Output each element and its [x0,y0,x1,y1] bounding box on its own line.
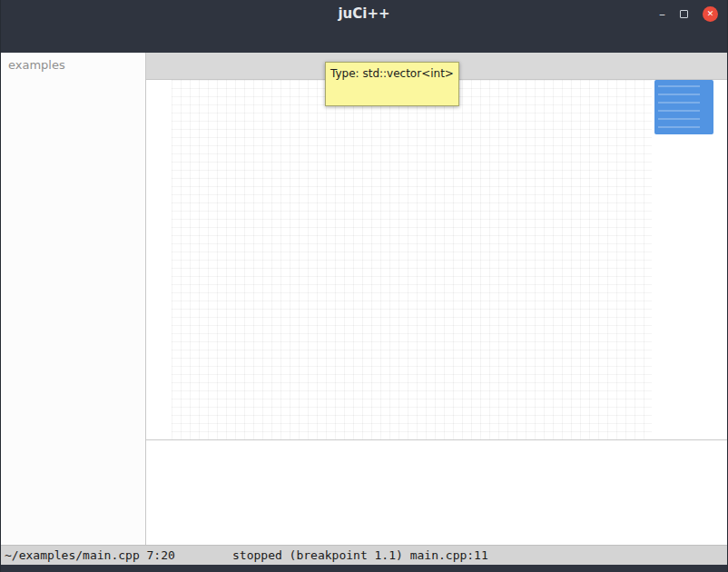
project-name: examples [1,53,145,76]
window-title: juCi++ [1,0,727,27]
menu-bar [1,27,727,53]
scrollbar-slider[interactable] [654,80,713,134]
debug-tooltip: Type: std::vector<int> [325,62,459,106]
tooltip-type-line: Type: std::vector<int> [330,66,454,82]
app-window: juCi++ – ✕ examples Type: std::vector< [0,0,728,572]
window-bottom-edge [1,565,727,572]
terminal-output[interactable] [146,439,727,545]
status-debug-state: stopped (breakpoint 1.1) main.cpp:11 [232,546,488,565]
maximize-button[interactable] [680,10,688,18]
sidebar: examples [1,53,146,545]
status-bar: ~/examples/main.cpp 7:20 stopped (breakp… [1,545,727,565]
editor[interactable] [146,80,727,439]
title-bar[interactable]: juCi++ – ✕ [1,0,727,27]
status-file-location: ~/examples/main.cpp 7:20 [5,548,175,562]
maximize-icon [680,10,688,18]
minimize-button[interactable]: – [659,7,665,20]
main-area: examples Type: std::vector<int> [1,53,727,545]
overview-scrollbar [652,80,727,439]
editor-column: Type: std::vector<int> [146,53,727,545]
close-icon: ✕ [707,10,714,18]
editor-grid-background [172,80,652,439]
window-controls: – ✕ [659,0,718,27]
close-button[interactable]: ✕ [703,6,718,22]
